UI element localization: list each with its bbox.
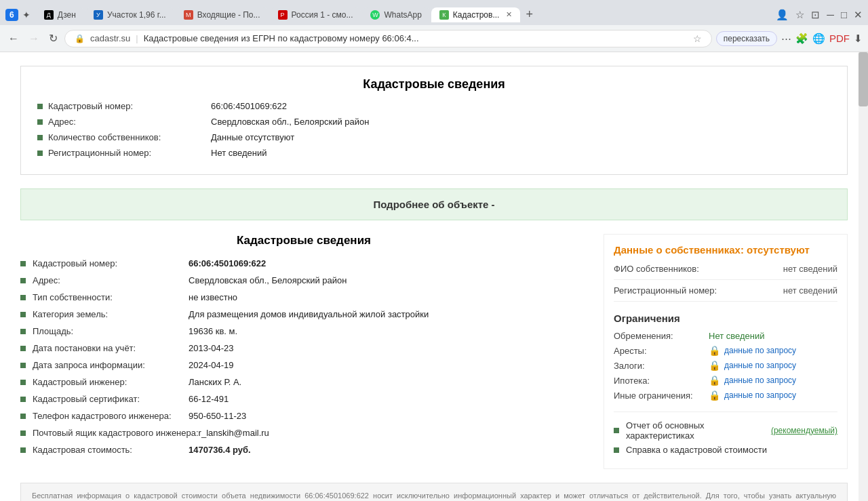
detail-bullet-4	[20, 329, 26, 334]
detail-row-0: Кадастровый номер: 66:06:4501069:622	[20, 258, 587, 268]
dzen-favicon: Д	[44, 10, 54, 20]
disclaimer: Бесплатная информация о кадастровой стои…	[20, 483, 848, 501]
restriction-link-3[interactable]: данные по запросу	[724, 376, 796, 385]
owner-value-1: нет сведений	[783, 285, 837, 296]
bookmark-icon[interactable]: ☆	[693, 33, 702, 44]
back-button[interactable]: ←	[5, 30, 22, 47]
scrollbar-thumb[interactable]	[859, 52, 868, 106]
detail-section: Кадастровые сведения Кадастровый номер: …	[20, 234, 848, 469]
restriction-label-2: Залоги:	[614, 361, 709, 371]
detail-row-2: Тип собственности: не известно	[20, 292, 587, 302]
maximize-icon[interactable]: □	[841, 9, 847, 20]
detail-value-9: 950-650-11-23	[189, 411, 246, 421]
tab-counter[interactable]: 6	[5, 9, 18, 21]
new-tab-button[interactable]: +	[521, 6, 537, 23]
minimize-icon[interactable]: ─	[827, 9, 834, 20]
detail-label-3: Категория земель:	[33, 309, 189, 319]
detail-bullet-9	[20, 414, 26, 419]
summary-row-0: Кадастровый номер: 66:06:4501069:622	[37, 101, 831, 111]
profile-icon[interactable]: 👤	[776, 9, 789, 21]
tab-inbox[interactable]: М Входящие - По...	[176, 7, 269, 22]
detail-bullet-6	[20, 363, 26, 368]
tab-uchastok[interactable]: У Участок 1,96 г...	[85, 7, 174, 22]
retell-button[interactable]: пересказать	[716, 31, 777, 46]
detail-bullet-10	[20, 430, 26, 436]
summary-bullet-2	[37, 135, 43, 140]
page-content: Кадастровые сведения Кадастровый номер: …	[0, 52, 868, 501]
detail-value-2: не известно	[189, 292, 237, 302]
scrollbar-track	[859, 52, 868, 501]
forward-button[interactable]: →	[26, 30, 42, 47]
summary-label-1: Адрес:	[48, 117, 211, 127]
detail-title: Кадастровые сведения	[20, 234, 587, 247]
pin-icon[interactable]: ✦	[22, 9, 31, 20]
owner-value-0: нет сведений	[783, 264, 837, 274]
detail-value-10: r_lanskih@mail.ru	[199, 428, 269, 438]
detail-left: Кадастровые сведения Кадастровый номер: …	[20, 234, 587, 469]
tab-dzen[interactable]: Д Дзен	[36, 7, 84, 22]
lock-icon: 🔒	[75, 34, 85, 43]
tab-cadastr-active[interactable]: К Кадастров... ✕	[431, 7, 521, 22]
report-link-0[interactable]: Отчет об основных характеристиках	[626, 420, 766, 441]
owner-row-0: ФИО собственников: нет сведений	[614, 264, 837, 280]
extensions-icon[interactable]: 🧩	[795, 33, 808, 45]
detail-row-3: Категория земель: Для размещения домов и…	[20, 309, 587, 319]
summary-row-1: Адрес: Свердловская обл., Белоярский рай…	[37, 117, 831, 127]
detail-label-4: Площадь:	[33, 326, 189, 336]
detail-right: Данные о собственниках: отсутствуют ФИО …	[604, 234, 848, 469]
detail-value-8: 66-12-491	[189, 394, 229, 404]
menu-dots-icon[interactable]: ⋯	[781, 33, 791, 45]
detail-row-9: Телефон кадастрового инженера: 950-650-1…	[20, 411, 587, 421]
summary-box: Кадастровые сведения Кадастровый номер: …	[20, 66, 848, 175]
detail-row-10: Почтовый ящик кадастрового инженера: r_l…	[20, 428, 587, 438]
tab-close-icon[interactable]: ✕	[506, 10, 512, 19]
detail-bullet-7	[20, 380, 26, 385]
restriction-link-2[interactable]: данные по запросу	[724, 361, 796, 370]
detail-bullet-5	[20, 346, 26, 351]
restriction-link-1[interactable]: данные по запросу	[724, 346, 796, 355]
detail-value-4: 19636 кв. м.	[189, 326, 237, 336]
owner-label-1: Регистрационный номер:	[614, 285, 717, 296]
pdf-icon[interactable]: PDF	[829, 33, 850, 44]
tab-whatsapp[interactable]: W WhatsApp	[362, 7, 429, 22]
report-bullet-0	[614, 428, 619, 433]
green-banner[interactable]: Подробнее об объекте -	[20, 188, 848, 220]
detail-value-5: 2013-04-23	[189, 343, 234, 353]
summary-bullet-0	[37, 104, 43, 109]
detail-value-0: 66:06:4501069:622	[189, 258, 266, 268]
address-bar[interactable]: 🔒 cadastr.su | Кадастровые сведения из Е…	[64, 30, 712, 47]
summary-row-3: Регистрационный номер: Нет сведений	[37, 148, 831, 158]
detail-value-7: Ланских Р. А.	[189, 377, 241, 387]
address-path: Кадастровые сведения из ЕГРН по кадастро…	[144, 33, 419, 43]
translate-icon[interactable]: 🌐	[812, 33, 825, 45]
bookmark-list-icon[interactable]: ☆	[795, 9, 804, 21]
report-tag-0: (рекомендуемый)	[771, 426, 837, 435]
report-row-0: Отчет об основных характеристиках (реком…	[614, 420, 837, 441]
report-link-1[interactable]: Справка о кадастровой стоимости	[626, 445, 767, 455]
detail-bullet-11	[20, 447, 26, 453]
download-icon[interactable]: ⬇	[854, 33, 863, 45]
tab-bar: 6 ✦ Д Дзен У Участок 1,96 г... М Входящи…	[0, 0, 868, 25]
browser-chrome: 6 ✦ Д Дзен У Участок 1,96 г... М Входящи…	[0, 0, 868, 52]
restriction-link-4[interactable]: данные по запросу	[724, 390, 796, 400]
detail-row-8: Кадастровый сертификат: 66-12-491	[20, 394, 587, 404]
restriction-row-2: Залоги: 🔒 данные по запросу	[614, 360, 837, 371]
detail-bullet-2	[20, 295, 26, 300]
report-row-1: Справка о кадастровой стоимости	[614, 445, 837, 455]
owners-title: Данные о собственниках: отсутствуют	[614, 244, 837, 256]
detail-label-8: Кадастровый сертификат:	[33, 394, 189, 404]
reports-section: Отчет об основных характеристиках (реком…	[614, 412, 837, 455]
lock-icon-1: 🔒	[709, 345, 720, 356]
owners-panel: Данные о собственниках: отсутствуют ФИО …	[604, 234, 848, 469]
restrictions-title: Ограничения	[614, 313, 837, 324]
reload-button[interactable]: ↻	[46, 29, 60, 47]
close-window-icon[interactable]: ✕	[854, 9, 863, 21]
whatsapp-favicon: W	[370, 10, 380, 20]
summary-label-3: Регистрационный номер:	[48, 148, 211, 158]
detail-row-6: Дата запроса информации: 2024-04-19	[20, 360, 587, 370]
window-split-icon[interactable]: ⊡	[811, 9, 820, 21]
address-site: cadastr.su	[90, 33, 130, 43]
restriction-row-0: Обременения: Нет сведений	[614, 331, 837, 341]
restrictions-section: Ограничения Обременения: Нет сведений Ар…	[614, 313, 837, 401]
tab-russia[interactable]: Р Россия 1 - смо...	[270, 7, 361, 22]
